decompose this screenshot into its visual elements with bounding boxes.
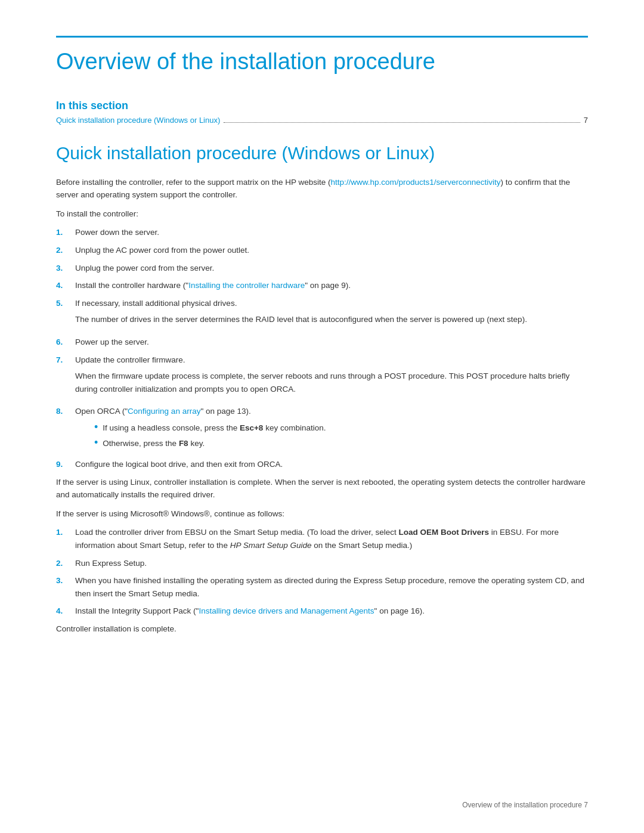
footer: Overview of the installation procedure 7 — [0, 801, 644, 809]
step-9-num: 9. — [56, 458, 75, 471]
win-step-1-num: 1. — [56, 526, 75, 539]
toc-link[interactable]: Quick installation procedure (Windows or… — [56, 116, 220, 125]
step-4-num: 4. — [56, 279, 75, 292]
in-this-section-heading: In this section — [56, 100, 588, 112]
f8-bold: F8 — [179, 439, 188, 448]
step-2: 2. Unplug the AC power cord from the pow… — [56, 244, 588, 257]
step-1: 1. Power down the server. — [56, 226, 588, 239]
windows-intro: If the server is using Microsoft® Window… — [56, 507, 588, 521]
step-2-num: 2. — [56, 244, 75, 257]
step-8-content: Open ORCA ("Configuring an array" on pag… — [75, 405, 588, 453]
step-8: 8. Open ORCA ("Configuring an array" on … — [56, 405, 588, 453]
step-3-num: 3. — [56, 262, 75, 275]
step-1-num: 1. — [56, 226, 75, 239]
controller-hardware-link[interactable]: Installing the controller hardware — [188, 281, 305, 290]
win-step-2: 2. Run Express Setup. — [56, 557, 588, 570]
step-8-bullets: • If using a headless console, press the… — [94, 422, 588, 450]
step-7-text: Update the controller firmware. — [75, 355, 185, 364]
win-step-3-num: 3. — [56, 574, 75, 587]
bullet-2-dot: • — [94, 436, 98, 450]
linux-paragraph: If the server is using Linux, controller… — [56, 476, 588, 501]
step-6: 6. Power up the server. — [56, 336, 588, 349]
step-7: 7. Update the controller firmware. When … — [56, 354, 588, 401]
bullet-1-dot: • — [94, 421, 98, 434]
step-4-text: Install the controller hardware ("Instal… — [75, 279, 588, 292]
step-6-num: 6. — [56, 336, 75, 349]
step-3-text: Unplug the power cord from the server. — [75, 262, 588, 275]
bullet-1-text: If using a headless console, press the E… — [103, 422, 326, 435]
toc-entry: Quick installation procedure (Windows or… — [56, 116, 588, 125]
win-step-4-num: 4. — [56, 605, 75, 618]
step-5-num: 5. — [56, 297, 75, 310]
hp-smart-setup-italic: HP Smart Setup Guide — [230, 541, 312, 550]
step-1-text: Power down the server. — [75, 226, 588, 239]
win-step-3: 3. When you have finished installing the… — [56, 574, 588, 600]
step-9: 9. Configure the logical boot drive, and… — [56, 458, 588, 471]
step-3: 3. Unplug the power cord from the server… — [56, 262, 588, 275]
chapter-title: Quick installation procedure (Windows or… — [56, 143, 588, 164]
page-container: Overview of the installation procedure I… — [0, 0, 644, 689]
step-2-text: Unplug the AC power cord from the power … — [75, 244, 588, 257]
step-9-text: Configure the logical boot drive, and th… — [75, 458, 588, 471]
step-8-num: 8. — [56, 405, 75, 418]
footer-text: Overview of the installation procedure 7 — [462, 801, 588, 809]
toc-dots — [224, 122, 580, 123]
step-5-subnote: The number of drives in the server deter… — [75, 313, 588, 326]
win-step-1-text: Load the controller driver from EBSU on … — [75, 526, 588, 552]
win-step-4-text: Install the Integrity Support Pack ("Ins… — [75, 605, 588, 618]
step-7-content: Update the controller firmware. When the… — [75, 354, 588, 401]
win-step-2-num: 2. — [56, 557, 75, 570]
step-7-num: 7. — [56, 354, 75, 367]
esc8-bold: Esc+8 — [240, 423, 263, 432]
bullet-2-text: Otherwise, press the F8 key. — [103, 437, 205, 450]
intro-paragraph: Before installing the controller, refer … — [56, 176, 588, 202]
load-oem-bold: Load OEM Boot Drivers — [399, 528, 490, 537]
step-5-text: If necessary, install additional physica… — [75, 299, 237, 308]
configuring-array-link[interactable]: Configuring an array — [128, 407, 200, 416]
in-this-section-block: In this section Quick installation proce… — [56, 100, 588, 125]
top-border — [56, 36, 588, 38]
win-step-1: 1. Load the controller driver from EBSU … — [56, 526, 588, 552]
step-7-subnote: When the firmware update process is comp… — [75, 370, 588, 395]
hp-website-link[interactable]: http://www.hp.com/products1/serverconnec… — [330, 178, 500, 187]
intro-text-1: Before installing the controller, refer … — [56, 178, 330, 187]
bullet-2: • Otherwise, press the F8 key. — [94, 437, 588, 450]
step-5-content: If necessary, install additional physica… — [75, 297, 588, 331]
bullet-1: • If using a headless console, press the… — [94, 422, 588, 435]
toc-page: 7 — [584, 116, 588, 125]
main-steps-list: 1. Power down the server. 2. Unplug the … — [56, 226, 588, 470]
win-step-3-text: When you have finished installing the op… — [75, 574, 588, 600]
windows-steps-list: 1. Load the controller driver from EBSU … — [56, 526, 588, 618]
step-6-text: Power up the server. — [75, 336, 588, 349]
install-intro: To install the controller: — [56, 208, 588, 221]
page-title: Overview of the installation procedure — [56, 48, 588, 76]
device-drivers-link[interactable]: Installing device drivers and Management… — [199, 606, 374, 615]
conclusion-text: Controller installation is complete. — [56, 623, 588, 636]
step-5: 5. If necessary, install additional phys… — [56, 297, 588, 331]
step-8-text: Open ORCA ("Configuring an array" on pag… — [75, 407, 251, 416]
win-step-4: 4. Install the Integrity Support Pack ("… — [56, 605, 588, 618]
win-step-2-text: Run Express Setup. — [75, 557, 588, 570]
step-4: 4. Install the controller hardware ("Ins… — [56, 279, 588, 292]
